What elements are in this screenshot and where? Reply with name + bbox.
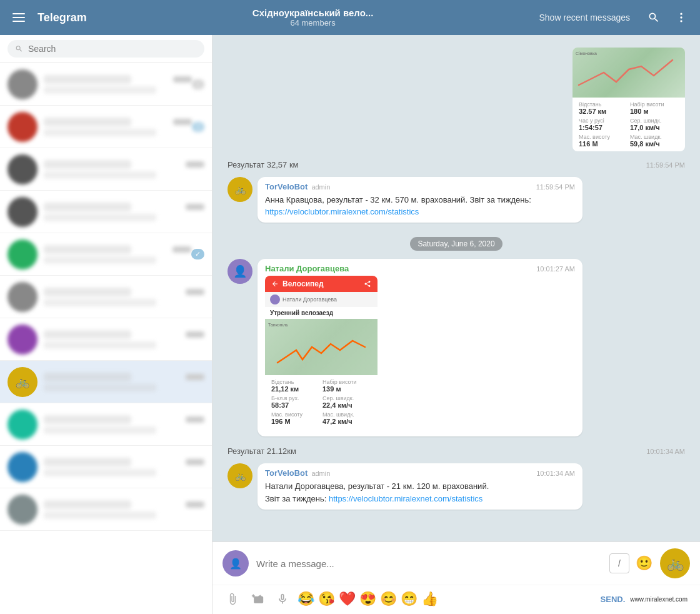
ride-card: Велосипед Натали Дорогавцева Утренний ве… xyxy=(265,276,378,429)
camera-button[interactable] xyxy=(248,589,268,609)
emoji-heart[interactable]: ❤️ xyxy=(339,591,356,607)
bot-avatar: 🚲 xyxy=(228,177,252,202)
route-map: Сімоновка xyxy=(572,48,685,98)
avatar xyxy=(8,239,38,269)
stat-item: Мас. висоту 196 М xyxy=(271,411,320,425)
date-divider: Saturday, June 6, 2020 xyxy=(228,238,685,249)
route-map-natali: Танкопіль xyxy=(265,319,378,375)
message-content: TorVeloBot admin 10:01:34 AM Натали Доро… xyxy=(258,463,685,509)
microphone-button[interactable] xyxy=(272,589,292,609)
attachment-icon xyxy=(226,593,239,605)
ride-map: Сімоновка xyxy=(572,48,685,98)
avatar xyxy=(8,154,38,184)
emoji-bar: 😂 😘 ❤️ 😍 😊 😁 👍 SEND. www.miralexnet.com xyxy=(212,585,700,614)
emoji-smile[interactable]: 😊 xyxy=(380,591,397,607)
result-text: Результат 21.12км xyxy=(228,446,296,456)
stat-item: Сер. швидк. 17,0 км/ч xyxy=(630,118,679,131)
svg-point-1 xyxy=(680,16,682,18)
message-content: TorVeloBot admin 11:59:54 PM Анна Кравцо… xyxy=(258,177,685,223)
list-item[interactable]: 1 xyxy=(0,63,212,106)
slash-button[interactable]: / xyxy=(609,553,629,573)
attachment-button[interactable] xyxy=(222,589,242,609)
chat-info xyxy=(44,75,192,94)
statistics-link[interactable]: https://veloclubtor.miralexnet.com/stati… xyxy=(265,207,419,216)
emoji-laugh[interactable]: 😂 xyxy=(298,591,314,607)
stat-item: Час у русі 1:54:57 xyxy=(579,118,628,131)
message-input[interactable] xyxy=(256,558,602,569)
hamburger-icon xyxy=(12,13,25,22)
stat-item: Мас. швидк. 59,8 км/ч xyxy=(630,134,679,148)
svg-point-0 xyxy=(680,13,682,15)
message-meta: TorVeloBot admin 10:01:34 AM xyxy=(265,468,575,478)
emoji-kiss[interactable]: 😘 xyxy=(318,591,335,607)
chat-title: Східноукраїнський вело... xyxy=(252,8,374,18)
send-avatar-button[interactable]: 🚲 xyxy=(660,548,690,578)
app-title: Telegram xyxy=(38,11,87,24)
stat-item: Сер. швидк. 22,4 км/ч xyxy=(322,395,371,409)
user-avatar: 👤 xyxy=(228,259,252,284)
message-row: Сімоновка Відстань 32.57 км Набір висоти… xyxy=(228,45,685,154)
header-actions: Show recent messages xyxy=(539,6,692,29)
list-item[interactable] xyxy=(0,276,212,318)
stat-item: Мас. швидк. 47,2 км/ч xyxy=(322,411,371,425)
emoji-grin[interactable]: 😁 xyxy=(401,591,418,607)
avatar xyxy=(8,112,38,142)
chat-info xyxy=(44,118,192,136)
search-button[interactable] xyxy=(642,6,665,29)
more-icon xyxy=(675,11,688,24)
emoji-button[interactable]: 🙂 xyxy=(636,555,652,571)
menu-button[interactable] xyxy=(8,6,30,29)
stat-item: Набір висоти 139 м xyxy=(322,379,371,393)
main-layout: 1 3 xyxy=(0,35,700,614)
list-item[interactable]: 🚲 xyxy=(0,361,212,403)
result-row: Результат 32,57 км 11:59:54 PM xyxy=(228,158,685,172)
chat-info xyxy=(44,330,204,349)
members-count: 64 members xyxy=(290,18,335,28)
chat-info xyxy=(44,288,204,306)
list-item[interactable] xyxy=(0,191,212,233)
message-time: 10:01:27 AM xyxy=(536,265,575,273)
search-icon xyxy=(648,11,660,24)
list-item[interactable] xyxy=(0,318,212,361)
send-area: SEND. www.miralexnet.com xyxy=(601,595,690,604)
statistics-link2[interactable]: https://veloclubtor.miralexnet.com/stati… xyxy=(329,494,482,503)
avatar xyxy=(8,282,38,312)
list-item[interactable] xyxy=(0,488,212,531)
list-item[interactable] xyxy=(0,148,212,191)
list-item[interactable] xyxy=(0,403,212,446)
message-text: Натали Дорогавцева, результат - 21 км. 1… xyxy=(265,481,489,503)
date-label: Saturday, June 6, 2020 xyxy=(410,237,502,251)
avatar: 🚲 xyxy=(8,367,38,397)
send-button[interactable]: SEND. xyxy=(601,595,626,604)
message-input-row: 👤 / 🙂 🚲 xyxy=(212,542,700,585)
message-text: Анна Кравцова, результат - 32 км. 570 м.… xyxy=(265,195,531,216)
emoji-thumbs[interactable]: 👍 xyxy=(421,591,438,607)
stat-item: Набір висоти 180 м xyxy=(630,101,679,115)
sender-name: TorVeloBot xyxy=(265,182,308,191)
ride-user-info: Натали Дорогавцева xyxy=(265,292,378,307)
result-time: 10:01:34 AM xyxy=(646,448,685,455)
list-item[interactable] xyxy=(0,446,212,488)
chat-info xyxy=(44,415,204,434)
chat-info xyxy=(44,203,204,221)
ride-card-header: Велосипед xyxy=(265,276,378,292)
avatar xyxy=(8,495,38,525)
share-icon xyxy=(364,280,371,288)
search-input-wrap[interactable] xyxy=(8,40,204,58)
list-item[interactable]: ✓ xyxy=(0,233,212,276)
ride-card: Сімоновка Відстань 32.57 км Набір висоти… xyxy=(572,48,685,151)
show-recent-button[interactable]: Show recent messages xyxy=(539,13,630,23)
message-row: 🚲 TorVeloBot admin 10:01:34 AM Натали До… xyxy=(228,463,685,509)
message-meta: Натали Дорогавцева 10:01:27 AM xyxy=(265,264,575,273)
search-input[interactable] xyxy=(28,44,197,54)
chat-area: Сімоновка Відстань 32.57 км Набір висоти… xyxy=(212,35,700,614)
list-item[interactable]: 3 xyxy=(0,106,212,148)
ride-stats: Відстань 32.57 км Набір висоти 180 м Час… xyxy=(572,98,685,151)
chat-info xyxy=(44,245,191,264)
chat-header-center: Східноукраїнський вело... 64 members xyxy=(87,8,539,28)
stat-item: Б-кл.в рух. 58:37 xyxy=(271,395,320,409)
avatar xyxy=(8,325,38,355)
emoji-heart-eyes[interactable]: 😍 xyxy=(359,591,376,607)
message-row: 🚲 TorVeloBot admin 11:59:54 PM Анна Крав… xyxy=(228,177,685,223)
more-button[interactable] xyxy=(670,6,692,29)
